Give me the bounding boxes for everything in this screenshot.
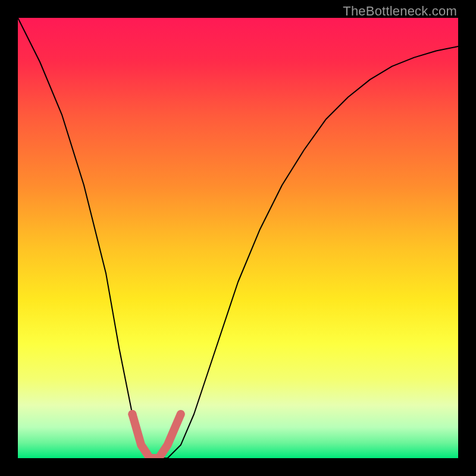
curve-layer [18, 18, 458, 458]
bottleneck-curve [18, 18, 458, 458]
plot-area [18, 18, 458, 458]
chart-frame: TheBottleneck.com [0, 0, 476, 476]
watermark-text: TheBottleneck.com [343, 4, 457, 19]
highlight-dot [128, 410, 136, 418]
